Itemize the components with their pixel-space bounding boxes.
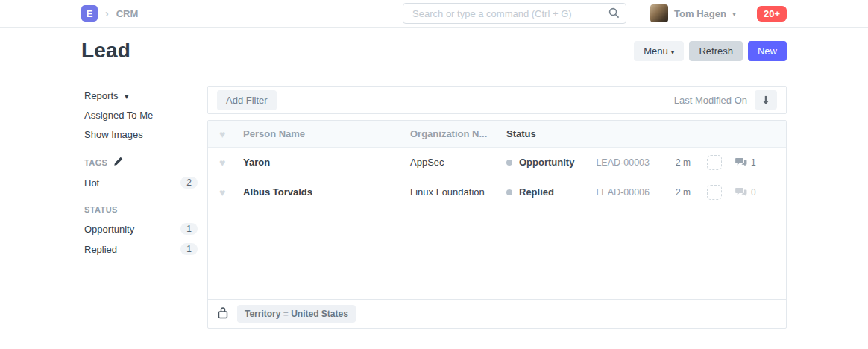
heart-icon: ♥ — [219, 186, 225, 198]
search-input[interactable] — [403, 3, 626, 24]
modified-timestamp: 2 m — [650, 187, 691, 198]
status-text: Replied — [519, 186, 554, 198]
menu-button-label: Menu — [644, 45, 668, 57]
status-label: Replied — [84, 244, 117, 255]
filter-section: Add Filter Last Modified On — [207, 86, 787, 114]
user-avatar — [650, 4, 668, 22]
tag-count-badge: 2 — [180, 177, 198, 189]
status-count-badge: 1 — [180, 223, 198, 235]
person-name-link[interactable]: Yaron — [243, 157, 410, 168]
lead-list: ♥ Person Name Organization N... Status ♥… — [207, 120, 787, 329]
menu-button[interactable]: Menu ▾ — [634, 41, 684, 61]
sidebar-tag-hot[interactable]: Hot 2 — [84, 177, 198, 189]
sort-direction-button[interactable] — [755, 90, 777, 110]
assign-placeholder[interactable] — [707, 155, 722, 170]
comment-indicator: 1 — [735, 157, 765, 168]
heart-icon: ♥ — [219, 157, 225, 169]
list-area: Add Filter Last Modified On ♥ Person Nam… — [207, 75, 787, 329]
chevron-down-icon: ▾ — [125, 92, 128, 101]
status-title-label: STATUS — [84, 205, 118, 214]
page-title: Lead — [81, 39, 130, 63]
status-cell: Replied — [506, 186, 579, 198]
organization-cell: Linux Foundation — [410, 186, 506, 198]
organization-cell: AppSec — [410, 157, 506, 168]
chevron-down-icon: ▾ — [670, 48, 674, 56]
app-logo[interactable]: E — [81, 5, 98, 22]
list-empty-area — [208, 207, 786, 299]
person-name-link[interactable]: Albus Torvalds — [243, 186, 410, 198]
column-header-organization[interactable]: Organization N... — [410, 128, 506, 139]
list-sidebar: Reports ▾ Assigned To Me Show Images TAG… — [81, 75, 207, 299]
lead-row-yaron[interactable]: ♥ Yaron AppSec Opportunity LEAD-00003 2 … — [208, 148, 786, 177]
arrow-down-icon — [761, 95, 770, 105]
like-cell[interactable]: ♥ — [208, 157, 243, 169]
modified-timestamp: 2 m — [650, 157, 691, 168]
like-column-header[interactable]: ♥ — [208, 128, 243, 140]
user-menu[interactable]: Tom Hagen ▾ — [650, 4, 736, 22]
sidebar-item-show-images[interactable]: Show Images — [84, 129, 198, 140]
lead-id: LEAD-00003 — [579, 157, 650, 168]
show-images-label: Show Images — [84, 129, 143, 140]
lead-row-albus-torvalds[interactable]: ♥ Albus Torvalds Linux Foundation Replie… — [208, 177, 786, 207]
list-footer: Territory = United States — [208, 299, 786, 328]
like-cell[interactable]: ♥ — [208, 186, 243, 198]
reports-label: Reports — [84, 90, 119, 101]
status-cell: Opportunity — [506, 157, 579, 168]
list-header-row: ♥ Person Name Organization N... Status — [208, 121, 786, 148]
new-button[interactable]: New — [748, 41, 787, 61]
sidebar-item-assigned-to-me[interactable]: Assigned To Me — [84, 110, 198, 121]
heart-icon: ♥ — [219, 128, 225, 140]
lead-id: LEAD-00006 — [579, 187, 650, 198]
status-text: Opportunity — [519, 157, 574, 168]
status-dot-icon — [506, 160, 512, 166]
sidebar-status-replied[interactable]: Replied 1 — [84, 243, 198, 255]
tag-label: Hot — [84, 177, 99, 189]
status-dot-icon — [506, 189, 512, 195]
refresh-button[interactable]: Refresh — [689, 41, 743, 61]
comment-count: 0 — [751, 187, 756, 198]
comment-count: 1 — [751, 157, 756, 168]
edit-pencil-icon[interactable] — [113, 157, 123, 168]
status-section-title: STATUS — [84, 205, 198, 214]
notifications-badge[interactable]: 20+ — [757, 6, 787, 22]
comment-indicator: 0 — [735, 187, 765, 198]
global-search — [403, 3, 626, 24]
sidebar-item-reports[interactable]: Reports ▾ — [84, 90, 198, 101]
chevron-right-icon: › — [105, 7, 109, 19]
page-head: Lead Menu ▾ Refresh New — [0, 28, 868, 75]
tags-title-label: TAGS — [84, 158, 107, 167]
app-breadcrumb: E › CRM — [81, 5, 138, 22]
status-label: Opportunity — [84, 224, 134, 235]
tags-section-title: TAGS — [84, 157, 198, 168]
navbar: E › CRM Tom Hagen ▾ 20+ — [0, 0, 868, 28]
lock-icon — [218, 306, 228, 322]
search-icon — [608, 7, 620, 22]
assign-placeholder[interactable] — [707, 185, 722, 200]
comment-icon — [735, 187, 747, 198]
status-count-badge: 1 — [180, 243, 198, 255]
user-name: Tom Hagen — [674, 8, 726, 19]
column-header-person-name[interactable]: Person Name — [243, 128, 410, 139]
sort-by-label[interactable]: Last Modified On — [674, 95, 747, 106]
column-header-status[interactable]: Status — [506, 128, 786, 139]
add-filter-button[interactable]: Add Filter — [217, 90, 277, 110]
comment-icon — [735, 157, 747, 168]
assigned-to-me-label: Assigned To Me — [84, 110, 153, 121]
breadcrumb[interactable]: CRM — [116, 8, 139, 19]
permission-filter-chip: Territory = United States — [237, 305, 356, 323]
chevron-down-icon: ▾ — [732, 10, 736, 18]
sidebar-status-opportunity[interactable]: Opportunity 1 — [84, 223, 198, 235]
